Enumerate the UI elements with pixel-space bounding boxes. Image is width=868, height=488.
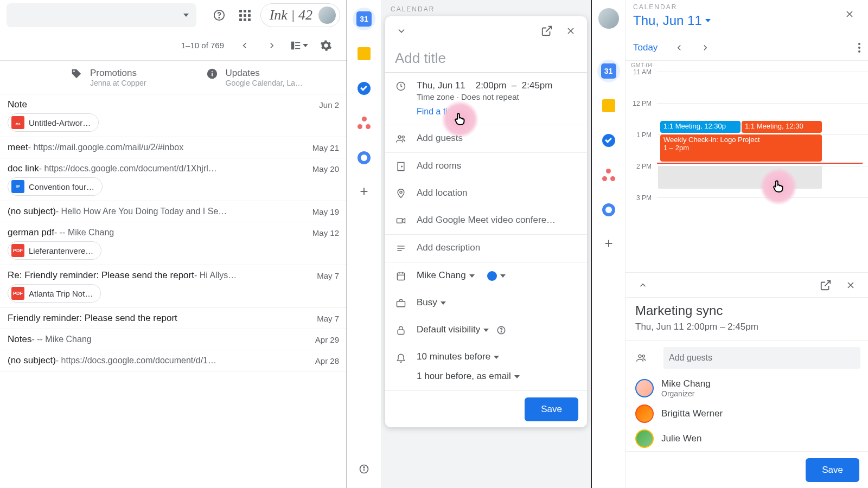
help-icon[interactable] [496,325,506,335]
day-grid[interactable]: GMT-04 11 AM 12 PM 1 PM 2 PM 3 PM 1:1 Me… [626,61,868,272]
asana-app-icon[interactable] [353,112,375,134]
addon-app-icon[interactable] [597,198,620,221]
next-page-button[interactable] [261,35,283,56]
add-description-field[interactable]: Add description [417,242,577,253]
message-date: Jun 2 [319,100,339,110]
svg-point-39 [501,331,502,332]
close-panel-button[interactable] [560,20,582,42]
add-guests-field[interactable]: Add guests [417,133,577,144]
add-location-field[interactable]: Add location [417,188,577,198]
open-external-icon[interactable] [815,274,837,296]
search-dropdown[interactable] [7,3,196,27]
attachment-chip[interactable]: Untitled-Artwor… [8,113,99,132]
svg-point-22 [402,136,404,138]
message-date: May 21 [312,143,339,152]
svg-marker-28 [403,219,405,223]
addon-app-icon[interactable] [353,146,375,169]
svg-point-1 [219,17,219,18]
calendar-owner-select[interactable]: Mike Chang [417,270,577,281]
message-row[interactable]: NoteJun 2Untitled-Artwor… [0,94,347,137]
event-title-input[interactable]: Add title [385,46,587,73]
add-rooms-field[interactable]: Add rooms [417,160,577,171]
settings-icon[interactable] [315,35,337,56]
density-icon[interactable] [288,35,310,56]
add-guests-input[interactable]: Add guests [663,347,860,369]
prev-page-button[interactable] [234,35,256,56]
save-button[interactable]: Save [806,458,859,482]
cursor-highlight [442,101,478,138]
guest-name: Mike Chang [661,378,711,389]
guest-row[interactable]: Brigitta Werner [626,401,868,426]
message-date: May 7 [317,271,339,280]
message-row[interactable]: meet - https://mail.google.com/mail/u/2/… [0,137,347,158]
today-button[interactable]: Today [633,42,658,53]
event-tz-repeat[interactable]: Time zone · Does not repeat [417,92,577,101]
message-row[interactable]: Friendly reminder: Please send the repor… [0,308,347,329]
notification-select-1[interactable]: 10 minutes before [417,351,577,362]
attachment-chip[interactable]: PDFAtlanta Trip Not… [8,284,101,303]
visibility-select[interactable]: Default visibility [417,324,577,335]
message-date: Apr 28 [315,356,339,365]
message-row[interactable]: doc link - https://docs.google.com/docum… [0,158,347,201]
next-day-button[interactable] [694,37,716,59]
message-row[interactable]: Re: Friendly reminder: Please send the r… [0,265,347,308]
close-panel-button[interactable] [839,3,860,25]
guest-row[interactable]: Julie Wen [626,426,868,451]
svg-rect-2 [291,41,295,49]
save-button[interactable]: Save [525,397,578,421]
message-row[interactable]: (no subject) - Hello How Are You Doing T… [0,201,347,222]
message-row[interactable]: (no subject) - https://docs.google.com/d… [0,350,347,371]
tasks-app-icon[interactable] [597,129,620,152]
calendar-app-icon[interactable]: 31 [597,60,620,82]
tag-icon [71,68,82,80]
more-menu-icon[interactable] [858,43,860,53]
day-date-select[interactable]: Thu, Jun 11 [633,13,711,28]
message-row[interactable]: german pdf - -- Mike ChangMay 12PDFLiefe… [0,222,347,265]
hour-label: 2 PM [626,163,657,194]
add-meet-field[interactable]: Add Google Meet video confere… [417,215,577,226]
add-addon-button[interactable] [353,181,375,204]
chip-text: Lieferantenvere… [29,246,93,255]
collapse-panel-button[interactable] [391,20,412,42]
attachment-chip[interactable]: Convention four… [8,177,103,196]
attachment-chip[interactable]: PDFLieferantenvere… [8,241,101,260]
message-row[interactable]: Notes - -- Mike ChangApr 29 [0,329,347,350]
close-sheet-button[interactable] [840,274,861,296]
svg-rect-4 [295,45,300,46]
guest-row[interactable]: Mike ChangOrganizer [626,375,868,401]
calendar-app-icon[interactable]: 31 [353,8,375,30]
avatar[interactable] [318,6,336,24]
keep-app-icon[interactable] [597,94,620,117]
help-icon[interactable] [208,4,230,26]
tab-title: Updates [226,68,303,79]
availability-select[interactable]: Busy [417,297,577,308]
workspace-name: Ink | 42 [260,3,340,27]
message-title: (no subject) [8,355,56,366]
tab-promotions[interactable]: Promotions Jenna at Copper [71,68,146,87]
message-title: doc link [8,163,39,174]
detail-subtitle: Thu, Jun 11 2:00pm – 2:45pm [626,318,868,341]
time-selection[interactable] [658,166,822,189]
event-block[interactable]: 1:1 Meeting, 12:30p [660,121,741,133]
event-block[interactable]: Weekly Check-in: Logo Project1 – 2pm [660,134,822,162]
expand-sheet-button[interactable] [632,274,654,296]
prev-day-button[interactable] [668,37,690,59]
message-list: NoteJun 2Untitled-Artwor…meet - https://… [0,94,347,488]
avatar[interactable] [598,8,620,29]
open-external-icon[interactable] [536,20,558,42]
bell-icon [395,351,407,363]
add-addon-button[interactable] [597,233,620,256]
svg-point-6 [73,70,75,72]
apps-grid-icon[interactable] [234,4,256,26]
tab-updates[interactable]: Updates Google Calendar, La… [206,68,303,87]
event-datetime-row[interactable]: Thu, Jun 11 2:00pm – 2:45pm [417,80,577,91]
message-snippet: - https://docs.google.com/document/d/1… [56,356,216,365]
notification-select-2[interactable]: 1 hour before, as email [417,371,577,382]
tasks-app-icon[interactable] [353,77,375,100]
guest-avatar [635,379,654,397]
guest-name: Julie Wen [661,433,701,444]
asana-app-icon[interactable] [597,164,620,187]
info-rail-icon[interactable] [353,458,375,480]
keep-app-icon[interactable] [353,42,375,65]
event-block[interactable]: 1:1 Meeting, 12:30 [742,121,822,133]
